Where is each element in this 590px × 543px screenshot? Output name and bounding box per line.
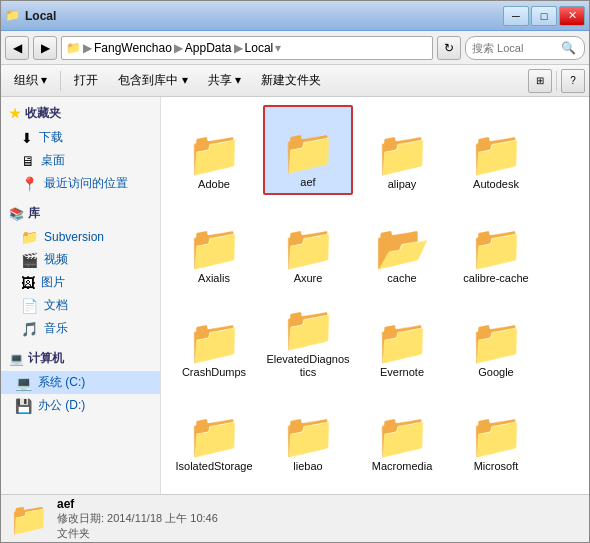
status-text: aef 修改日期: 2014/11/18 上午 10:46 文件夹 — [57, 497, 218, 541]
toolbar: 组织 ▾ 打开 包含到库中 ▾ 共享 ▾ 新建文件夹 ⊞ ? — [1, 65, 589, 97]
breadcrumb-item-3[interactable]: Local — [245, 41, 274, 55]
new-folder-button[interactable]: 新建文件夹 — [252, 69, 330, 93]
file-item-adobe[interactable]: 📁 Adobe — [169, 105, 259, 195]
sidebar-item-images-label: 图片 — [41, 274, 65, 291]
breadcrumb-item-2[interactable]: AppData — [185, 41, 232, 55]
file-item-liebao[interactable]: 📁 liebao — [263, 387, 353, 477]
share-label: 共享 ▾ — [208, 72, 241, 89]
star-icon: ★ — [9, 106, 21, 121]
search-box[interactable]: 🔍 — [465, 36, 585, 60]
sidebar-item-recent-label: 最近访问的位置 — [44, 175, 128, 192]
forward-button[interactable]: ▶ — [33, 36, 57, 60]
file-item-axure[interactable]: 📁 Axure — [263, 199, 353, 289]
folder-icon-alipay: 📁 — [375, 132, 430, 176]
folder-icon-macromedia: 📁 — [375, 414, 430, 458]
file-item-alipay[interactable]: 📁 alipay — [357, 105, 447, 195]
folder-icon-axialis: 📁 — [187, 226, 242, 270]
file-label-elevated: ElevatedDiagnostics — [265, 353, 351, 379]
file-label-aef: aef — [300, 176, 315, 189]
computer-section: 💻 计算机 💻 系统 (C:) 💾 办公 (D:) — [1, 346, 160, 417]
file-item-aef[interactable]: 📁 aef — [263, 105, 353, 195]
file-item-crashdumps[interactable]: 📁 CrashDumps — [169, 293, 259, 383]
refresh-button[interactable]: ↻ — [437, 36, 461, 60]
folder-icon-aef: 📁 — [281, 130, 336, 174]
favorites-label: 收藏夹 — [25, 105, 61, 122]
view-button[interactable]: ⊞ — [528, 69, 552, 93]
file-item-evernote[interactable]: 📁 Evernote — [357, 293, 447, 383]
file-grid: 📁 Adobe 📁 aef 📁 alipay 📁 Autodesk 📁 Axia… — [161, 97, 589, 494]
file-item-mindjet[interactable]: 📁 Mindjet — [263, 481, 353, 494]
status-name: aef — [57, 497, 218, 511]
file-label-calibre: calibre-cache — [463, 272, 528, 285]
close-button[interactable]: ✕ — [559, 6, 585, 26]
separator-2 — [556, 71, 557, 91]
file-item-cache[interactable]: 📂 cache — [357, 199, 447, 289]
file-item-google[interactable]: 📁 Google — [451, 293, 541, 383]
sidebar-item-docs[interactable]: 📄 文档 — [1, 294, 160, 317]
folder-icon-cache: 📂 — [375, 226, 430, 270]
folder-icon-crashdumps: 📁 — [187, 320, 242, 364]
maximize-button[interactable]: □ — [531, 6, 557, 26]
folder-icon-elevated: 📁 — [281, 307, 336, 351]
open-button[interactable]: 打开 — [65, 69, 107, 93]
file-item-axialis[interactable]: 📁 Axialis — [169, 199, 259, 289]
libraries-label: 库 — [28, 205, 40, 222]
search-input[interactable] — [472, 42, 557, 54]
window: 📁 Local ─ □ ✕ ◀ ▶ 📁 ▶ FangWenchao ▶ AppD… — [0, 0, 590, 543]
sidebar-item-download[interactable]: ⬇ 下载 — [1, 126, 160, 149]
favorites-header[interactable]: ★ 收藏夹 — [1, 101, 160, 126]
sidebar-drive-c-label: 系统 (C:) — [38, 374, 85, 391]
sidebar-item-subversion[interactable]: 📁 Subversion — [1, 226, 160, 248]
music-icon: 🎵 — [21, 321, 38, 337]
sidebar-item-music[interactable]: 🎵 音乐 — [1, 317, 160, 340]
file-item-mozilla[interactable]: 📁 Mozilla — [451, 481, 541, 494]
separator-1 — [60, 71, 61, 91]
sidebar-item-docs-label: 文档 — [44, 297, 68, 314]
file-item-calibre[interactable]: 📁 calibre-cache — [451, 199, 541, 289]
sidebar-item-download-label: 下载 — [39, 129, 63, 146]
breadcrumb-item-1[interactable]: FangWenchao — [94, 41, 172, 55]
recent-icon: 📍 — [21, 176, 38, 192]
sidebar-drive-d-label: 办公 (D:) — [38, 397, 85, 414]
sidebar-drive-d[interactable]: 💾 办公 (D:) — [1, 394, 160, 417]
title-bar-controls: ─ □ ✕ — [503, 6, 585, 26]
breadcrumb[interactable]: 📁 ▶ FangWenchao ▶ AppData ▶ Local ▾ — [61, 36, 433, 60]
sidebar-item-recent[interactable]: 📍 最近访问的位置 — [1, 172, 160, 195]
open-label: 打开 — [74, 72, 98, 89]
back-button[interactable]: ◀ — [5, 36, 29, 60]
computer-header[interactable]: 💻 计算机 — [1, 346, 160, 371]
organize-button[interactable]: 组织 ▾ — [5, 69, 56, 93]
images-icon: 🖼 — [21, 275, 35, 291]
sidebar: ★ 收藏夹 ⬇ 下载 🖥 桌面 📍 最近访问的位置 📚 — [1, 97, 161, 494]
drive-d-icon: 💾 — [15, 398, 32, 414]
status-folder-icon: 📁 — [9, 500, 49, 538]
file-label-microsoft: Microsoft — [474, 460, 519, 473]
sidebar-item-video[interactable]: 🎬 视频 — [1, 248, 160, 271]
file-label-isolated: IsolatedStorage — [175, 460, 252, 473]
sidebar-item-desktop-label: 桌面 — [41, 152, 65, 169]
file-item-macromedia[interactable]: 📁 Macromedia — [357, 387, 447, 477]
help-button[interactable]: ? — [561, 69, 585, 93]
file-item-autodesk[interactable]: 📁 Autodesk — [451, 105, 541, 195]
minimize-button[interactable]: ─ — [503, 6, 529, 26]
computer-icon: 💻 — [9, 352, 24, 366]
sidebar-item-images[interactable]: 🖼 图片 — [1, 271, 160, 294]
file-item-microsoft[interactable]: 📁 Microsoft — [451, 387, 541, 477]
sidebar-item-subversion-label: Subversion — [44, 230, 104, 244]
sidebar-drive-c[interactable]: 💻 系统 (C:) — [1, 371, 160, 394]
status-type: 文件夹 — [57, 526, 218, 541]
folder-icon-calibre: 📁 — [469, 226, 524, 270]
libraries-header[interactable]: 📚 库 — [1, 201, 160, 226]
file-item-isolated[interactable]: 📁 IsolatedStorage — [169, 387, 259, 477]
window-title: Local — [25, 9, 56, 23]
file-label-axialis: Axialis — [198, 272, 230, 285]
file-label-axure: Axure — [294, 272, 323, 285]
download-icon: ⬇ — [21, 130, 33, 146]
file-item-miphone[interactable]: 📁 MiPhone Manager — [357, 481, 447, 494]
share-button[interactable]: 共享 ▾ — [199, 69, 250, 93]
file-item-elevated[interactable]: 📁 ElevatedDiagnostics — [263, 293, 353, 383]
include-label: 包含到库中 ▾ — [118, 72, 187, 89]
include-button[interactable]: 包含到库中 ▾ — [109, 69, 196, 93]
sidebar-item-desktop[interactable]: 🖥 桌面 — [1, 149, 160, 172]
file-item-microsoft_help[interactable]: 📁 Microsoft Help — [169, 481, 259, 494]
